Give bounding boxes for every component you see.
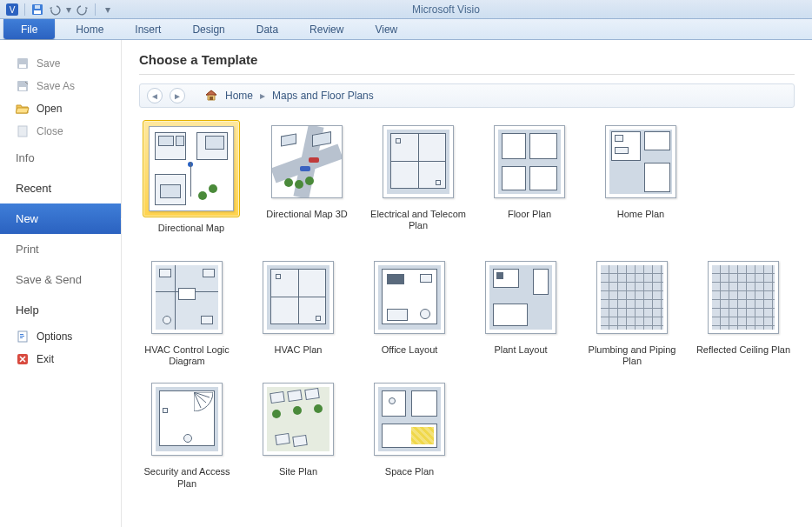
qat-customize-icon[interactable]: ▾ xyxy=(101,3,115,17)
sidebar-item-label: Exit xyxy=(37,353,54,365)
template-label: Directional Map 3D xyxy=(266,209,348,231)
template-item[interactable]: Space Plan xyxy=(362,377,457,489)
app-title: Microsoft Visio xyxy=(115,3,812,16)
backstage-main: Choose a Template ◄ ► Home ▸ Maps and Fl… xyxy=(122,40,812,527)
sidebar-item-save-as[interactable]: Save As xyxy=(0,75,121,97)
template-label: Plant Layout xyxy=(494,344,547,367)
template-item[interactable]: Reflected Ceiling Plan xyxy=(696,256,791,367)
template-item[interactable]: HVAC Plan xyxy=(250,256,346,367)
template-thumbnail xyxy=(488,120,571,203)
template-item[interactable]: Directional Map 3D xyxy=(259,120,355,245)
tab-home[interactable]: Home xyxy=(60,19,119,39)
template-item[interactable]: Plant Layout xyxy=(473,256,569,367)
svg-rect-4 xyxy=(35,5,40,9)
template-label: Security and Access Plan xyxy=(139,466,235,489)
tab-insert[interactable]: Insert xyxy=(119,19,176,39)
nav-back-button[interactable]: ◄ xyxy=(147,88,163,103)
sidebar-item-exit[interactable]: Exit xyxy=(0,348,121,370)
sidebar-item-recent[interactable]: Recent xyxy=(0,173,121,203)
template-thumbnail xyxy=(590,256,674,339)
sidebar-item-label: Info xyxy=(16,151,35,164)
breadcrumb-category[interactable]: Maps and Floor Plans xyxy=(272,90,374,102)
breadcrumb-home[interactable]: Home xyxy=(225,90,253,102)
template-label: Home Plan xyxy=(617,209,664,231)
template-label: Electrical and Telecom Plan xyxy=(370,209,466,231)
sidebar-item-label: Save xyxy=(37,57,60,70)
svg-rect-9 xyxy=(18,126,27,137)
template-label: Site Plan xyxy=(279,466,317,489)
template-label: Reflected Ceiling Plan xyxy=(696,344,790,367)
template-label: HVAC Plan xyxy=(275,344,323,367)
tab-view[interactable]: View xyxy=(359,19,413,39)
tab-file[interactable]: File xyxy=(3,19,55,39)
svg-text:V: V xyxy=(10,5,16,15)
backstage-sidebar: Save Save As Open Close Info Recent New … xyxy=(0,40,122,527)
sidebar-item-new[interactable]: New xyxy=(0,203,121,234)
save-as-icon xyxy=(16,79,30,93)
home-icon[interactable] xyxy=(204,89,218,103)
nav-forward-button[interactable]: ► xyxy=(170,88,185,103)
ribbon-tabs: File Home Insert Design Data Review View xyxy=(0,19,812,40)
sidebar-item-info[interactable]: Info xyxy=(0,143,121,173)
tab-review[interactable]: Review xyxy=(294,19,359,39)
template-item[interactable]: HVAC Control Logic Diagram xyxy=(139,256,235,367)
template-item[interactable]: Site Plan xyxy=(250,377,346,489)
template-thumbnail xyxy=(479,256,562,339)
sidebar-item-close[interactable]: Close xyxy=(0,120,121,143)
template-item[interactable]: Electrical and Telecom Plan xyxy=(370,120,466,245)
template-item[interactable]: Floor Plan xyxy=(482,120,577,245)
qat-separator xyxy=(95,3,96,16)
template-label: HVAC Control Logic Diagram xyxy=(139,344,235,367)
svg-rect-15 xyxy=(210,97,213,100)
template-item[interactable]: Plumbing and Piping Plan xyxy=(584,256,680,367)
template-label: Plumbing and Piping Plan xyxy=(584,344,680,367)
template-thumbnail xyxy=(702,256,785,339)
exit-icon xyxy=(16,352,30,366)
template-item[interactable]: Home Plan xyxy=(593,120,689,245)
backstage-view: Save Save As Open Close Info Recent New … xyxy=(0,40,812,527)
svg-rect-11 xyxy=(20,334,23,335)
template-item[interactable]: Office Layout xyxy=(362,256,457,367)
breadcrumb-bar: ◄ ► Home ▸ Maps and Floor Plans xyxy=(139,83,795,108)
template-thumbnail xyxy=(256,377,340,461)
template-label: Space Plan xyxy=(385,466,434,489)
sidebar-item-label: Close xyxy=(37,125,63,137)
svg-rect-12 xyxy=(20,336,24,337)
close-doc-icon xyxy=(16,124,30,138)
chevron-right-icon: ▸ xyxy=(260,90,265,102)
template-thumbnail xyxy=(368,377,451,461)
undo-icon[interactable] xyxy=(48,3,62,17)
sidebar-item-label: Print xyxy=(16,243,39,256)
template-thumbnail xyxy=(145,377,229,461)
tab-data[interactable]: Data xyxy=(241,19,294,39)
sidebar-item-help[interactable]: Help xyxy=(0,295,121,325)
sidebar-item-label: Help xyxy=(16,304,39,317)
sidebar-item-print[interactable]: Print xyxy=(0,234,121,264)
sidebar-item-save-send[interactable]: Save & Send xyxy=(0,264,121,295)
template-item[interactable]: Directional Map xyxy=(139,120,243,245)
sidebar-item-label: Recent xyxy=(16,182,51,195)
options-icon xyxy=(16,330,30,344)
dropdown-icon[interactable]: ▾ xyxy=(65,3,72,17)
template-thumbnail xyxy=(599,120,682,203)
template-thumbnail xyxy=(265,120,349,203)
template-thumbnail xyxy=(368,256,451,339)
svg-rect-3 xyxy=(34,10,41,14)
template-label: Office Layout xyxy=(382,344,438,367)
sidebar-item-options[interactable]: Options xyxy=(0,325,121,348)
template-gallery: Directional MapDirectional Map 3DElectri… xyxy=(139,120,795,490)
visio-app-icon[interactable]: V xyxy=(5,3,19,17)
page-title: Choose a Template xyxy=(139,52,795,67)
template-thumbnail xyxy=(376,120,460,203)
title-bar: V ▾ ▾ Microsoft Visio xyxy=(0,0,812,19)
sidebar-item-label: Save & Send xyxy=(16,273,82,286)
sidebar-item-label: Options xyxy=(37,330,72,343)
save-icon[interactable] xyxy=(30,3,44,17)
sidebar-item-save[interactable]: Save xyxy=(0,52,121,75)
tab-design[interactable]: Design xyxy=(176,19,240,39)
sidebar-item-open[interactable]: Open xyxy=(0,97,121,120)
qat-separator xyxy=(24,3,25,16)
sidebar-item-label: Save As xyxy=(37,80,75,92)
redo-icon[interactable] xyxy=(76,3,90,17)
template-item[interactable]: Security and Access Plan xyxy=(139,377,235,489)
